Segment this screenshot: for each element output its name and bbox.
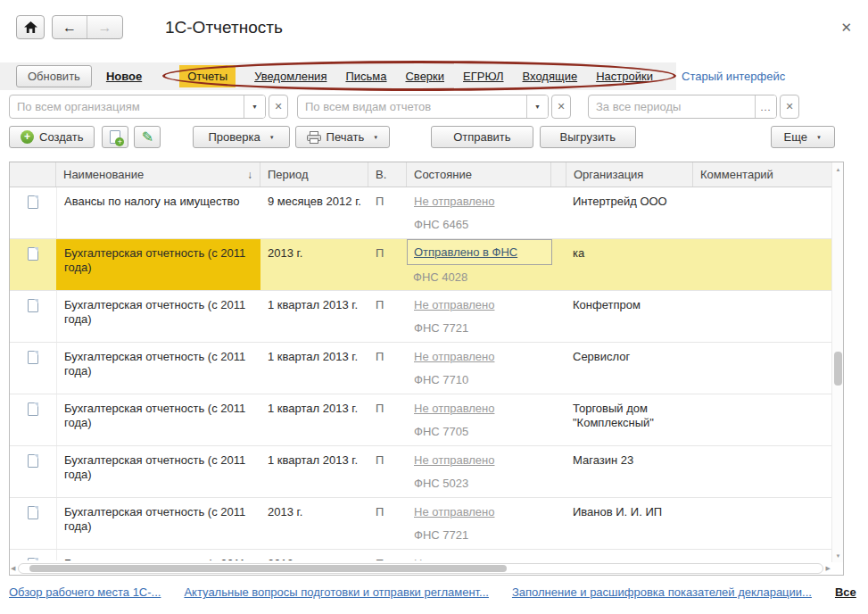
status-link[interactable]: Не отправлено (414, 557, 494, 560)
tab-bar: Отчеты Уведомления Письма Сверки ЕГРЮЛ В… (179, 65, 653, 87)
status-link[interactable]: Не отправлено (414, 505, 494, 519)
table-row[interactable]: Бухгалтерская отчетность (с 2011 года) 1… (10, 291, 831, 343)
old-interface-link[interactable]: Старый интерфейс (682, 70, 785, 83)
header-name-column[interactable]: Наименование ↓ (56, 162, 260, 187)
comment-cell (692, 343, 831, 394)
plus-circle-icon: + (21, 130, 34, 144)
refresh-button[interactable]: Обновить (16, 65, 92, 87)
scroll-left-icon[interactable]: ◀ (10, 565, 16, 572)
pencil-icon: ✎ (142, 131, 153, 144)
table-row[interactable]: Бухгалтерская отчетность (с 2011 года) 1… (10, 394, 831, 446)
header-organization-column[interactable]: Организация (566, 162, 693, 187)
organization-cell: Магазин 23 (566, 446, 692, 497)
forward-button[interactable]: → (87, 16, 122, 38)
chevron-down-icon: ▼ (373, 135, 378, 140)
tab-reports[interactable]: Отчеты (179, 65, 236, 87)
document-icon (28, 402, 38, 416)
send-button[interactable]: Отправить (431, 126, 533, 148)
scroll-right-icon[interactable]: ▶ (825, 565, 831, 572)
create-button[interactable]: + Создать (9, 126, 95, 148)
tab-egrul[interactable]: ЕГРЮЛ (463, 70, 503, 83)
header-v-column[interactable]: В. (368, 162, 407, 187)
sort-descending-icon: ↓ (247, 169, 252, 181)
period-cell: 1 квартал 2013 г. (260, 394, 368, 445)
create-copy-button[interactable] (102, 126, 128, 148)
tab-reconciliations[interactable]: Сверки (405, 70, 444, 83)
report-type-filter-input[interactable] (298, 95, 526, 118)
table-row[interactable]: Бухгалтерская отчетность (с 2011 года) 2… (10, 498, 831, 550)
history-buttons: ← → (52, 15, 123, 39)
more-button-label: Еще (784, 130, 807, 144)
new-link[interactable]: Новое (106, 70, 142, 83)
chevron-down-icon: ▼ (816, 135, 822, 140)
table-row-selected[interactable]: Бухгалтерская отчетность (с 2011 года) 2… (10, 239, 831, 291)
close-button[interactable]: ✕ (840, 20, 852, 36)
tab-incoming[interactable]: Входящие (523, 70, 578, 83)
status-link[interactable]: Не отправлено (414, 350, 494, 363)
edit-button[interactable]: ✎ (134, 126, 161, 148)
table-row[interactable]: Бухгалтерская отчетность (с 2011 года) 1… (10, 343, 831, 394)
table-row-partial[interactable]: Бухгалтерская отчетность (с 2011 года) 2… (10, 550, 831, 560)
export-button-label: Выгрузить (560, 130, 616, 144)
header-icon-column[interactable] (10, 162, 56, 187)
vertical-scrollbar-thumb[interactable] (834, 352, 842, 386)
export-button[interactable]: Выгрузить (540, 126, 636, 148)
header-status-label: Состояние (414, 168, 472, 181)
horizontal-scrollbar-thumb[interactable] (29, 565, 507, 572)
footer-all-link[interactable]: Все (835, 585, 856, 599)
tab-notifications[interactable]: Уведомления (254, 70, 327, 83)
table-row[interactable]: Авансы по налогу на имущество 9 месяцев … (10, 187, 831, 239)
period-filter-input[interactable] (589, 95, 755, 118)
status-link[interactable]: Отправлено в ФНС (414, 245, 517, 260)
footer-link-workspace-overview[interactable]: Обзор рабочего места 1С-... (9, 585, 161, 599)
period-filter-ellipsis-button[interactable]: ... (755, 95, 776, 118)
period-cell: 2013 г. (260, 498, 368, 549)
period-filter-clear-button[interactable]: ✕ (780, 95, 799, 119)
tab-settings[interactable]: Настройки (596, 70, 653, 83)
comment-cell (692, 187, 831, 238)
ellipsis-icon: ... (760, 102, 771, 112)
report-name-cell: Бухгалтерская отчетность (с 2011 года) (56, 394, 260, 445)
footer-link-topical-questions[interactable]: Актуальные вопросы подготовки и отправки… (184, 585, 489, 599)
back-button[interactable]: ← (53, 16, 87, 38)
version-cell: П (368, 446, 407, 497)
organization-cell: Сервислог (566, 343, 692, 394)
report-type-filter-dropdown-button[interactable]: ▼ (526, 95, 548, 118)
scroll-up-icon[interactable]: ▲ (832, 167, 844, 172)
table-body: Авансы по налогу на имущество 9 месяцев … (10, 187, 831, 560)
comment-cell (692, 498, 831, 549)
period-cell: 9 месяцев 2012 г. (260, 187, 368, 238)
document-icon (28, 454, 38, 468)
organization-filter-dropdown-button[interactable]: ▼ (244, 95, 265, 118)
organization-filter-input[interactable] (10, 95, 244, 118)
horizontal-scrollbar[interactable]: ◀ ▶ (10, 562, 831, 575)
status-link[interactable]: Не отправлено (414, 453, 494, 467)
print-button-label: Печать (327, 130, 365, 144)
vertical-scrollbar[interactable]: ▲ ▼ (831, 162, 843, 562)
more-dropdown-button[interactable]: Еще ▼ (771, 126, 835, 148)
version-cell: П (368, 394, 407, 445)
scroll-down-icon[interactable]: ▼ (832, 553, 844, 559)
check-dropdown-button[interactable]: Проверка ▼ (193, 126, 289, 148)
report-type-filter-clear-button[interactable]: ✕ (551, 95, 571, 119)
clear-icon: ✕ (557, 101, 565, 112)
print-dropdown-button[interactable]: Печать ▼ (295, 126, 391, 148)
tab-letters[interactable]: Письма (345, 70, 386, 83)
home-icon (24, 21, 37, 33)
fns-code: ФНС 4028 (407, 270, 551, 285)
organization-cell: Конфетпром (566, 291, 692, 342)
header-comment-column[interactable]: Комментарий (693, 162, 834, 187)
header-period-column[interactable]: Период (260, 162, 368, 187)
organization-filter-clear-button[interactable]: ✕ (269, 95, 288, 119)
header-status-column[interactable]: Состояние (407, 162, 551, 187)
reports-table: Наименование ↓ Период В. Состояние Орган… (9, 162, 844, 576)
home-button[interactable] (16, 15, 45, 39)
status-link[interactable]: Не отправлено (414, 195, 494, 208)
table-row[interactable]: Бухгалтерская отчетность (с 2011 года) 1… (10, 446, 831, 498)
focused-status-cell[interactable]: Отправлено в ФНС (407, 239, 552, 265)
footer-link-declaration-indicators[interactable]: Заполнение и расшифровка показателей дек… (512, 585, 812, 599)
status-link[interactable]: Не отправлено (414, 298, 494, 311)
version-cell: П (368, 291, 407, 342)
status-link[interactable]: Не отправлено (414, 402, 494, 415)
report-name-cell: Бухгалтерская отчетность (с 2011 года) (56, 239, 260, 290)
